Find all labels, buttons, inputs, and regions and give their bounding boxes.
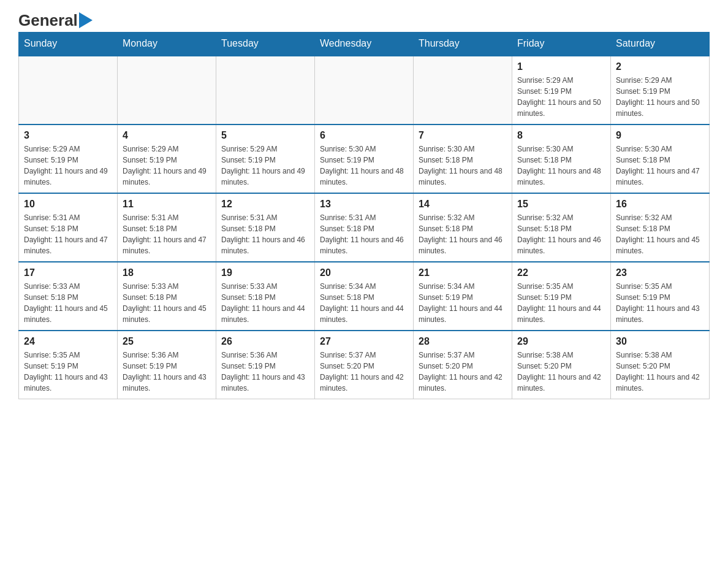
- logo: General: [18, 12, 93, 26]
- day-info: Sunrise: 5:37 AM Sunset: 5:20 PM Dayligh…: [320, 350, 408, 394]
- calendar-day: 16Sunrise: 5:32 AM Sunset: 5:18 PM Dayli…: [611, 193, 710, 262]
- day-number: 9: [616, 130, 704, 141]
- calendar-day: 28Sunrise: 5:37 AM Sunset: 5:20 PM Dayli…: [414, 331, 512, 399]
- day-number: 25: [123, 336, 211, 347]
- day-info: Sunrise: 5:33 AM Sunset: 5:18 PM Dayligh…: [24, 281, 112, 325]
- calendar-day: 3Sunrise: 5:29 AM Sunset: 5:19 PM Daylig…: [19, 124, 118, 193]
- calendar-day: 9Sunrise: 5:30 AM Sunset: 5:18 PM Daylig…: [611, 124, 710, 193]
- day-info: Sunrise: 5:33 AM Sunset: 5:18 PM Dayligh…: [123, 281, 211, 325]
- day-number: 16: [616, 199, 704, 210]
- calendar-day: [19, 56, 118, 124]
- day-info: Sunrise: 5:29 AM Sunset: 5:19 PM Dayligh…: [123, 144, 211, 188]
- day-info: Sunrise: 5:31 AM Sunset: 5:18 PM Dayligh…: [123, 212, 211, 256]
- calendar-day: [315, 56, 414, 124]
- day-number: 27: [320, 336, 408, 347]
- day-header-saturday: Saturday: [611, 32, 710, 56]
- calendar-day: 25Sunrise: 5:36 AM Sunset: 5:19 PM Dayli…: [118, 331, 216, 399]
- day-info: Sunrise: 5:29 AM Sunset: 5:19 PM Dayligh…: [616, 75, 704, 119]
- day-info: Sunrise: 5:30 AM Sunset: 5:18 PM Dayligh…: [419, 144, 507, 188]
- calendar-day: 13Sunrise: 5:31 AM Sunset: 5:18 PM Dayli…: [315, 193, 414, 262]
- day-info: Sunrise: 5:29 AM Sunset: 5:19 PM Dayligh…: [24, 144, 112, 188]
- day-info: Sunrise: 5:38 AM Sunset: 5:20 PM Dayligh…: [517, 350, 605, 394]
- day-number: 17: [24, 267, 112, 278]
- calendar-day: [414, 56, 512, 124]
- calendar-day: 14Sunrise: 5:32 AM Sunset: 5:18 PM Dayli…: [414, 193, 512, 262]
- day-header-wednesday: Wednesday: [315, 32, 414, 56]
- day-info: Sunrise: 5:30 AM Sunset: 5:18 PM Dayligh…: [616, 144, 704, 188]
- day-info: Sunrise: 5:29 AM Sunset: 5:19 PM Dayligh…: [517, 75, 605, 119]
- calendar-day: 11Sunrise: 5:31 AM Sunset: 5:18 PM Dayli…: [118, 193, 216, 262]
- calendar-day: 17Sunrise: 5:33 AM Sunset: 5:18 PM Dayli…: [19, 262, 118, 331]
- day-number: 19: [221, 267, 309, 278]
- day-number: 13: [320, 199, 408, 210]
- logo-general-text: General: [18, 12, 78, 28]
- calendar-day: 29Sunrise: 5:38 AM Sunset: 5:20 PM Dayli…: [512, 331, 611, 399]
- calendar-week-5: 24Sunrise: 5:35 AM Sunset: 5:19 PM Dayli…: [19, 331, 710, 399]
- day-number: 7: [419, 130, 507, 141]
- day-number: 21: [419, 267, 507, 278]
- logo-icon: [79, 12, 93, 28]
- calendar-day: 24Sunrise: 5:35 AM Sunset: 5:19 PM Dayli…: [19, 331, 118, 399]
- day-header-sunday: Sunday: [19, 32, 118, 56]
- day-number: 2: [616, 61, 704, 72]
- day-info: Sunrise: 5:30 AM Sunset: 5:18 PM Dayligh…: [517, 144, 605, 188]
- day-info: Sunrise: 5:31 AM Sunset: 5:18 PM Dayligh…: [221, 212, 309, 256]
- day-header-friday: Friday: [512, 32, 611, 56]
- calendar-day: 6Sunrise: 5:30 AM Sunset: 5:19 PM Daylig…: [315, 124, 414, 193]
- day-number: 6: [320, 130, 408, 141]
- day-info: Sunrise: 5:36 AM Sunset: 5:19 PM Dayligh…: [221, 350, 309, 394]
- calendar-day: 10Sunrise: 5:31 AM Sunset: 5:18 PM Dayli…: [19, 193, 118, 262]
- calendar-table: SundayMondayTuesdayWednesdayThursdayFrid…: [18, 32, 710, 399]
- day-info: Sunrise: 5:31 AM Sunset: 5:18 PM Dayligh…: [320, 212, 408, 256]
- day-header-tuesday: Tuesday: [216, 32, 315, 56]
- day-number: 18: [123, 267, 211, 278]
- day-number: 11: [123, 199, 211, 210]
- day-number: 12: [221, 199, 309, 210]
- day-header-thursday: Thursday: [414, 32, 512, 56]
- day-number: 5: [221, 130, 309, 141]
- days-header-row: SundayMondayTuesdayWednesdayThursdayFrid…: [19, 32, 710, 56]
- day-number: 24: [24, 336, 112, 347]
- svg-marker-0: [79, 12, 93, 28]
- calendar-week-3: 10Sunrise: 5:31 AM Sunset: 5:18 PM Dayli…: [19, 193, 710, 262]
- calendar-day: 1Sunrise: 5:29 AM Sunset: 5:19 PM Daylig…: [512, 56, 611, 124]
- day-number: 30: [616, 336, 704, 347]
- day-info: Sunrise: 5:34 AM Sunset: 5:18 PM Dayligh…: [320, 281, 408, 325]
- calendar-day: 15Sunrise: 5:32 AM Sunset: 5:18 PM Dayli…: [512, 193, 611, 262]
- calendar-week-4: 17Sunrise: 5:33 AM Sunset: 5:18 PM Dayli…: [19, 262, 710, 331]
- day-info: Sunrise: 5:34 AM Sunset: 5:19 PM Dayligh…: [419, 281, 507, 325]
- calendar-week-2: 3Sunrise: 5:29 AM Sunset: 5:19 PM Daylig…: [19, 124, 710, 193]
- day-number: 26: [221, 336, 309, 347]
- day-info: Sunrise: 5:30 AM Sunset: 5:19 PM Dayligh…: [320, 144, 408, 188]
- calendar-day: 27Sunrise: 5:37 AM Sunset: 5:20 PM Dayli…: [315, 331, 414, 399]
- day-number: 14: [419, 199, 507, 210]
- day-info: Sunrise: 5:33 AM Sunset: 5:18 PM Dayligh…: [221, 281, 309, 325]
- day-info: Sunrise: 5:32 AM Sunset: 5:18 PM Dayligh…: [517, 212, 605, 256]
- calendar-day: 26Sunrise: 5:36 AM Sunset: 5:19 PM Dayli…: [216, 331, 315, 399]
- day-number: 28: [419, 336, 507, 347]
- calendar-day: 7Sunrise: 5:30 AM Sunset: 5:18 PM Daylig…: [414, 124, 512, 193]
- day-info: Sunrise: 5:36 AM Sunset: 5:19 PM Dayligh…: [123, 350, 211, 394]
- calendar-header: SundayMondayTuesdayWednesdayThursdayFrid…: [19, 32, 710, 56]
- day-number: 3: [24, 130, 112, 141]
- calendar-day: 8Sunrise: 5:30 AM Sunset: 5:18 PM Daylig…: [512, 124, 611, 193]
- day-header-monday: Monday: [118, 32, 216, 56]
- calendar-day: 4Sunrise: 5:29 AM Sunset: 5:19 PM Daylig…: [118, 124, 216, 193]
- calendar-day: 18Sunrise: 5:33 AM Sunset: 5:18 PM Dayli…: [118, 262, 216, 331]
- day-info: Sunrise: 5:35 AM Sunset: 5:19 PM Dayligh…: [616, 281, 704, 325]
- day-number: 4: [123, 130, 211, 141]
- calendar-day: 21Sunrise: 5:34 AM Sunset: 5:19 PM Dayli…: [414, 262, 512, 331]
- day-info: Sunrise: 5:35 AM Sunset: 5:19 PM Dayligh…: [517, 281, 605, 325]
- day-info: Sunrise: 5:31 AM Sunset: 5:18 PM Dayligh…: [24, 212, 112, 256]
- day-info: Sunrise: 5:38 AM Sunset: 5:20 PM Dayligh…: [616, 350, 704, 394]
- calendar-day: [118, 56, 216, 124]
- day-info: Sunrise: 5:32 AM Sunset: 5:18 PM Dayligh…: [419, 212, 507, 256]
- day-info: Sunrise: 5:35 AM Sunset: 5:19 PM Dayligh…: [24, 350, 112, 394]
- page-header: General: [18, 12, 710, 26]
- day-number: 23: [616, 267, 704, 278]
- day-number: 20: [320, 267, 408, 278]
- day-number: 22: [517, 267, 605, 278]
- calendar-day: 12Sunrise: 5:31 AM Sunset: 5:18 PM Dayli…: [216, 193, 315, 262]
- calendar-day: 2Sunrise: 5:29 AM Sunset: 5:19 PM Daylig…: [611, 56, 710, 124]
- calendar-day: 22Sunrise: 5:35 AM Sunset: 5:19 PM Dayli…: [512, 262, 611, 331]
